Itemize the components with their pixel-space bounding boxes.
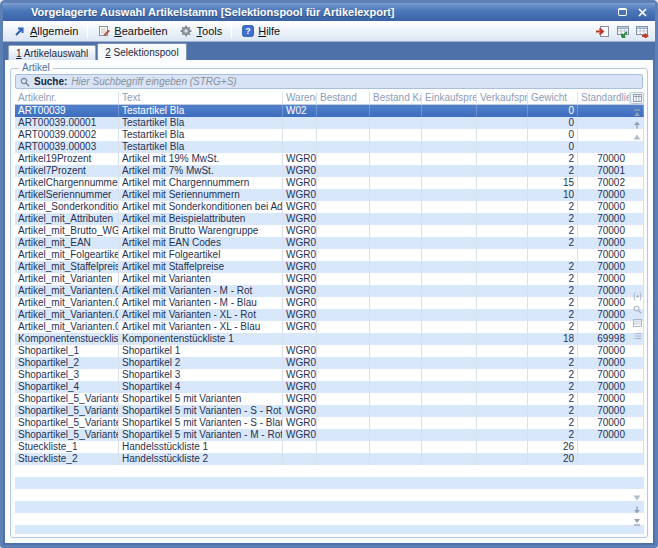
grid-search-button[interactable] [630,304,644,316]
page-down-button[interactable] [630,504,644,516]
row-indicator-button[interactable] [630,291,644,303]
table-row[interactable]: Artikel_mit_Varianten.004Artikel mit Var… [15,297,644,309]
table-row[interactable]: Artikel7ProzentArtikel mit 7% MwSt.WGR02… [15,165,644,177]
table-row[interactable]: ArtikelChargennummerArtikel mit Chargenn… [15,177,644,189]
table-row[interactable]: Artikel_mit_Brutto_WGRArtikel mit Brutto… [15,225,644,237]
cell [422,129,477,141]
table-row[interactable]: ART00039Testartikel BlaW020 [15,105,644,117]
table-row[interactable]: Stueckliste_1Handelsstückliste 126 [15,441,644,453]
cell [370,153,422,165]
card-view-button[interactable] [630,317,644,329]
column-header[interactable]: Gewicht [528,92,578,104]
table-row[interactable]: Artikel_SonderkonditionenArtikel mit Son… [15,201,644,213]
cell: WGR01 [283,189,317,201]
search-input[interactable] [71,76,638,88]
cell: WGR01 [283,285,317,297]
table-row[interactable]: Shopartikel_1Shopartikel 1WGR01270000 [15,345,644,357]
menu-allgemein[interactable]: Allgemein [7,23,84,40]
list-view-button[interactable] [630,330,644,342]
table-row[interactable]: ART00039.00002Testartikel Bla0 [15,129,644,141]
cell: Artikel mit Varianten - M - Blau [119,297,283,309]
table-row[interactable]: Shopartikel_2Shopartikel 2WGR01270000 [15,357,644,369]
cell: 70000 [578,249,644,261]
cell: WGR01 [283,261,317,273]
cell: 2 [528,393,578,405]
tab-selektionspool[interactable]: 2 Selektionspool [97,43,186,60]
scroll-to-top-button[interactable] [630,107,644,119]
column-header[interactable]: Standardlief [578,92,630,104]
table-row[interactable]: ART00039.00001Testartikel Bla0 [15,117,644,129]
cell: 2 [528,381,578,393]
table-row[interactable]: Shopartikel_3Shopartikel 3WGR01270000 [15,369,644,381]
tab-artikelauswahl[interactable]: 1 Artikelauswahl [8,45,96,60]
table-row[interactable]: Artikel19ProzentArtikel mit 19% MwSt.WGR… [15,153,644,165]
table-row[interactable]: Shopartikel_5_Varianten.3Shopartikel 5 m… [15,429,644,441]
close-button[interactable] [636,6,649,18]
table-row[interactable]: Artikel_mit_AttributenArtikel mit Beispi… [15,213,644,225]
cell: 70000 [578,345,644,357]
cell [477,357,528,369]
cell [370,237,422,249]
column-header[interactable]: Bestand Kalk. [370,92,422,104]
table-body: ART00039Testartikel BlaW020ART00039.0000… [15,105,644,534]
row-down-button[interactable] [630,492,644,504]
column-chooser-button[interactable] [630,92,644,104]
cell: Shopartikel_4 [15,381,119,393]
table-row[interactable]: ArtikelSeriennummerArtikel mit Seriennum… [15,189,644,201]
table-row[interactable]: Stueckliste_2Handelsstückliste 220 [15,453,644,465]
cell: Artikel mit Sonderkonditionen bei Adress… [119,201,283,213]
page-up-button[interactable] [630,119,644,131]
app-window: Vorgelagerte Auswahl Artikelstamm [Selek… [0,0,658,548]
cell [317,453,370,465]
cell: Stueckliste_1 [15,441,119,453]
table-row[interactable]: Artikel_mit_EANArtikel mit EAN CodesWGR0… [15,237,644,249]
cell: WGR02 [283,165,317,177]
transfer-button[interactable] [593,23,611,40]
table-row[interactable]: Shopartikel_5_VariantenShopartikel 5 mit… [15,393,644,405]
cell: 2 [528,153,578,165]
row-indicator-icon [633,292,642,301]
row-up-button[interactable] [630,131,644,143]
table-row[interactable]: Artikel_mit_StaffelpreiseArtikel mit Sta… [15,261,644,273]
menu-bearbeiten[interactable]: Bearbeiten [91,23,173,40]
search-bar[interactable]: Suche: [15,74,643,89]
table-row[interactable]: Artikel_mit_VariantenArtikel mit Variant… [15,273,644,285]
menu-hilfe[interactable]: ? Hilfe [235,23,286,40]
cell [422,453,477,465]
cell [422,393,477,405]
table-row[interactable]: Shopartikel_4Shopartikel 4WGR01270000 [15,381,644,393]
maximize-button[interactable] [616,6,629,18]
table-row[interactable]: ART00039.00003Testartikel Bla0 [15,141,644,153]
column-header[interactable]: Artikelnr. [15,92,119,104]
cell: Artikel_mit_EAN [15,237,119,249]
groupbox-label: Artikel [19,62,53,74]
import-to-pool-button[interactable] [613,23,631,40]
cell: Artikel mit Beispielattributen [119,213,283,225]
column-header[interactable]: Verkaufspreis [477,92,528,104]
cell: 70000 [578,393,644,405]
column-header[interactable]: Wareng [283,92,317,104]
menu-label: Allgemein [30,25,78,37]
column-header[interactable]: Einkaufspreis [422,92,477,104]
cell: Artikel mit Staffelpreise [119,261,283,273]
cell: ART00039.00001 [15,117,119,129]
menu-label: Tools [197,25,223,37]
table-row[interactable]: Artikel_mit_Varianten.006Artikel mit Var… [15,321,644,333]
cell: WGR01 [283,381,317,393]
cell [317,309,370,321]
scroll-to-bottom-button[interactable] [630,516,644,528]
cell: WGR01 [283,213,317,225]
column-header[interactable]: Bestand [317,92,370,104]
table-row[interactable]: Komponentenstueckliste_1Komponentenstück… [15,333,644,345]
column-header[interactable]: Text [119,92,283,104]
table-row[interactable]: Artikel_mit_Varianten.003Artikel mit Var… [15,285,644,297]
table-row[interactable]: Shopartikel_5_Varianten.1Shopartikel 5 m… [15,405,644,417]
table-row[interactable]: Shopartikel_5_Varianten.2Shopartikel 5 m… [15,417,644,429]
table-row[interactable]: Artikel_mit_FolgeartikelArtikel mit Folg… [15,249,644,261]
menu-tools[interactable]: Tools [174,23,229,40]
cell: 2 [528,285,578,297]
cell: Shopartikel_5_Varianten.2 [15,417,119,429]
export-from-pool-button[interactable] [633,23,651,40]
table-row[interactable]: Artikel_mit_Varianten.005Artikel mit Var… [15,309,644,321]
cell: 2 [528,369,578,381]
